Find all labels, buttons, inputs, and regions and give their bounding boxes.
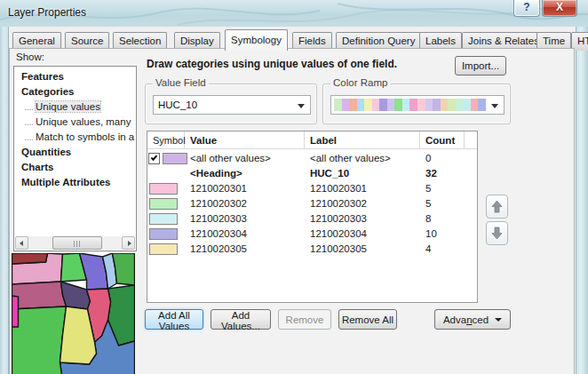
table-row[interactable]: 1210020303 1210020303 8 [147, 211, 477, 227]
value-field-group: Value Field HUC_10 [145, 84, 317, 124]
add-values-button[interactable]: Add Values... [211, 309, 271, 330]
remove-all-button[interactable]: Remove All [338, 309, 397, 330]
symbol-swatch[interactable] [149, 213, 178, 225]
column-header-symbol[interactable]: Symbol [147, 131, 185, 149]
color-ramp-dropdown[interactable] [330, 95, 505, 115]
map-region [61, 282, 91, 309]
move-down-button[interactable] [486, 221, 508, 245]
show-label: Show: [16, 52, 44, 62]
value-field-dropdown[interactable]: HUC_10 [153, 95, 311, 115]
tab-symbology[interactable]: Symbology [225, 29, 288, 51]
table-row-heading[interactable]: <Heading> HUC_10 32 [147, 166, 477, 181]
arrow-left-icon [20, 241, 23, 246]
dialog-body: General Source Selection Display Symbolo… [9, 27, 576, 374]
checkbox-checked[interactable] [148, 153, 160, 164]
arrow-right-icon [128, 241, 131, 246]
symbol-swatch[interactable] [163, 153, 187, 164]
value-field-value: HUC_10 [158, 99, 197, 110]
check-icon [151, 154, 158, 161]
help-icon: ? [523, 1, 529, 13]
color-ramp-group: Color Ramp [322, 84, 511, 124]
import-button[interactable]: Import... [455, 56, 506, 76]
show-item-match-symbols[interactable]: Match to symbols in a [14, 130, 136, 145]
dialog-left-border [0, 27, 9, 374]
table-row[interactable]: 1210020301 1210020301 5 [147, 181, 477, 196]
arrow-up-icon [491, 200, 503, 213]
show-item-categories[interactable]: Categories [14, 84, 136, 99]
remove-button[interactable]: Remove [278, 309, 331, 330]
table-row[interactable]: 1210020305 1210020305 4 [147, 242, 477, 257]
symbol-swatch[interactable] [149, 183, 178, 195]
help-button[interactable]: ? [513, 0, 540, 17]
tree-branch-icon [25, 107, 33, 110]
chevron-down-icon [495, 318, 502, 322]
grip-icon [74, 241, 81, 247]
color-ramp-preview [334, 99, 486, 111]
close-button[interactable]: X [542, 0, 577, 17]
scrollbar-thumb[interactable] [52, 236, 102, 250]
scroll-left-button[interactable] [15, 236, 28, 250]
symbol-swatch[interactable] [149, 243, 178, 255]
arrow-down-icon [491, 227, 503, 240]
show-item-quantities[interactable]: Quantities [14, 145, 136, 160]
map-preview [12, 253, 135, 374]
table-row[interactable]: 1210020302 1210020302 5 [147, 196, 477, 211]
symbol-swatch[interactable] [149, 228, 178, 240]
values-table: Symbol Value Label Count <all other valu… [147, 131, 478, 303]
states-map [12, 253, 135, 374]
tree-branch-icon [25, 137, 33, 140]
show-item-features[interactable]: Features [14, 69, 136, 84]
color-ramp-label: Color Ramp [330, 77, 390, 88]
chevron-down-icon [491, 104, 498, 108]
symbology-tab-panel: Show: Features Categories Unique values … [9, 48, 575, 374]
add-all-values-button[interactable]: Add All Values [145, 309, 203, 330]
value-field-label: Value Field [153, 77, 209, 88]
page-heading: Draw categories using unique values of o… [147, 58, 397, 70]
column-header-label[interactable]: Label [305, 131, 420, 149]
table-row[interactable]: <all other values> <all other values> 0 [147, 151, 477, 166]
map-region [12, 282, 67, 309]
symbol-swatch[interactable] [149, 198, 178, 210]
dialog-right-border [576, 27, 588, 374]
tree-branch-icon [25, 122, 33, 125]
table-header: Symbol Value Label Count [147, 131, 477, 149]
column-header-value[interactable]: Value [185, 131, 305, 149]
map-region [12, 296, 19, 327]
move-up-button[interactable] [486, 195, 508, 219]
column-header-count[interactable]: Count [420, 131, 465, 149]
title-bar[interactable]: Layer Properties ? X [0, 0, 588, 27]
show-listbox: Features Categories Unique values Unique… [13, 66, 137, 251]
show-item-unique-values[interactable]: Unique values [14, 99, 136, 115]
table-row[interactable]: 1210020304 1210020304 10 [147, 227, 477, 242]
window-title: Layer Properties [8, 6, 86, 19]
map-region [12, 306, 67, 374]
layer-properties-dialog: Layer Properties ? X General Source Sele… [0, 0, 588, 374]
show-item-unique-values-many[interactable]: Unique values, many [14, 115, 136, 130]
scroll-right-button[interactable] [122, 236, 135, 250]
map-region [12, 253, 48, 264]
show-item-multiple-attributes[interactable]: Multiple Attributes [14, 175, 136, 190]
advanced-button[interactable]: Advanced [434, 309, 511, 330]
show-item-charts[interactable]: Charts [14, 160, 136, 175]
map-texture [0, 0, 588, 27]
chevron-down-icon [298, 104, 305, 108]
close-icon: X [556, 1, 563, 13]
horizontal-scrollbar[interactable] [15, 236, 135, 250]
